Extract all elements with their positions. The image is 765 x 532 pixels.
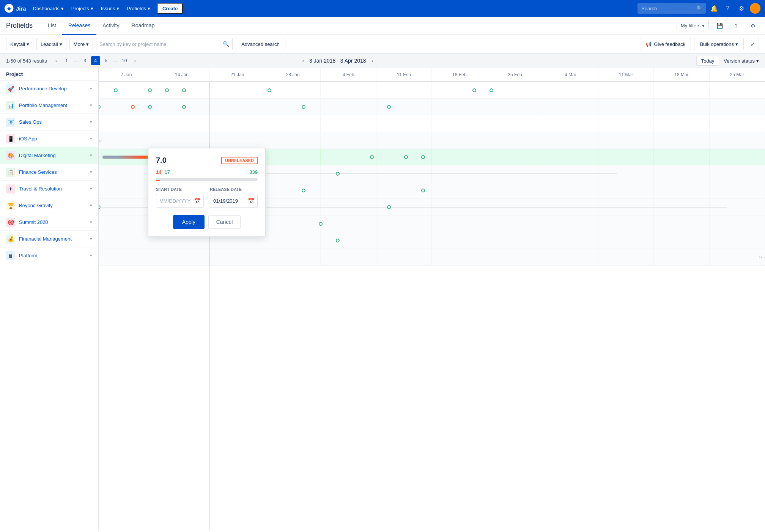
project-chevron-beyond-gravity[interactable]: ▾ [90,203,92,208]
project-row[interactable]: 🏆 Beyond Gravity ▾ [0,197,98,214]
project-row[interactable]: 📊 Portfolio Management ▾ [0,97,98,114]
advanced-search-button[interactable]: Advanced search [236,38,285,50]
nav-dashboards[interactable]: Dashboards ▾ [29,0,68,17]
project-icon-digital-marketing: 🎨 [6,151,15,160]
apply-button[interactable]: Apply [173,215,205,229]
tab-activity[interactable]: Activity [96,17,125,35]
project-row[interactable]: 📧 Sales Ops ▾ [0,114,98,131]
milestone-bg-2[interactable] [387,205,391,209]
project-row[interactable]: 💰 Finanacial Management ▾ [0,231,98,247]
tab-roadmap[interactable]: Roadmap [126,17,161,35]
release-date-input-wrap[interactable]: 📅 [210,194,258,208]
jira-logo[interactable]: Jira [5,4,26,13]
date-prev-button[interactable]: ‹ [300,57,306,65]
create-button[interactable]: Create [157,3,183,14]
settings-icon[interactable]: ⚙ [736,3,747,14]
lead-filter-button[interactable]: Lead:all ▾ [36,38,66,50]
project-chevron-finance[interactable]: ▾ [90,170,92,175]
today-button[interactable]: Today [696,56,719,66]
project-row[interactable]: 🎯 Summit 2020 ▾ [0,214,98,231]
milestone[interactable] [148,105,152,109]
milestone[interactable] [165,88,169,92]
help-icon[interactable]: ? [722,3,733,14]
cancel-button[interactable]: Cancel [208,215,241,229]
key-filter-button[interactable]: Key:all ▾ [6,38,33,50]
milestone[interactable] [268,88,271,92]
page-10-button[interactable]: 10 [120,56,129,65]
settings-secondary-icon[interactable]: ⚙ [747,20,759,32]
milestone-travel-1[interactable] [302,189,305,192]
more-filter-button[interactable]: More ▾ [69,38,93,50]
project-name-travel: Travel & Resolution [19,186,90,192]
save-icon[interactable]: 💾 [713,20,726,32]
page-3-button[interactable]: 3 [80,56,90,65]
start-date-calendar-icon[interactable]: 📅 [194,198,200,204]
project-chevron-portfolio[interactable]: ▾ [90,103,92,108]
milestone-dm-6[interactable] [421,155,425,159]
milestone[interactable] [131,105,135,109]
release-date-input[interactable] [213,198,246,204]
user-avatar[interactable] [750,3,760,14]
milestone-finance[interactable] [336,172,340,176]
project-row-digital-marketing[interactable]: 🎨 Digital Marketing ▾ [0,147,98,164]
nav-profields[interactable]: Profields ▾ [123,0,154,17]
search-submit-icon[interactable]: 🔍 [223,41,229,47]
milestone-dm-4[interactable] [370,155,374,159]
global-search-input[interactable] [638,3,706,14]
milestone[interactable] [302,105,305,109]
date-next-button[interactable]: › [369,57,376,65]
project-list-header[interactable]: Project ↑ [0,68,98,80]
help-secondary-icon[interactable]: ? [730,20,742,32]
project-chevron-platform[interactable]: ▾ [90,253,92,258]
project-chevron-ios-app[interactable]: ▾ [90,136,92,141]
tab-list[interactable]: List [42,17,62,35]
more-dots-platform[interactable]: ›› [759,255,762,260]
project-row[interactable]: 📋 Finance Services ▾ [0,164,98,181]
next-page-button[interactable]: › [131,56,140,65]
release-date-calendar-icon[interactable]: 📅 [248,198,254,204]
gantt-bar-digital-marketing[interactable] [102,156,152,159]
project-chevron-performance-develop[interactable]: ▾ [90,86,92,91]
count-total: 339 [249,169,258,175]
milestone[interactable] [472,88,476,92]
prev-page-button[interactable]: ‹ [52,56,61,65]
milestone-summit[interactable] [319,222,323,226]
project-chevron-sales-ops[interactable]: ▾ [90,120,92,124]
search-input[interactable] [99,41,220,47]
milestone[interactable] [114,88,118,92]
nav-projects[interactable]: Projects ▾ [68,0,97,17]
milestone[interactable] [182,105,186,109]
project-chevron-summit[interactable]: ▾ [90,220,92,225]
project-row[interactable]: 🚀 Performance Develop ▾ [0,80,98,97]
page-5-button[interactable]: 5 [102,56,111,65]
project-chevron-travel[interactable]: ▾ [90,186,92,191]
expand-dots[interactable]: ‹› [99,138,102,143]
notifications-icon[interactable]: 🔔 [709,3,719,14]
project-chevron-digital-marketing[interactable]: ▾ [90,153,92,158]
expand-button[interactable]: ⤢ [747,38,759,50]
milestone-finmgmt[interactable] [336,239,340,242]
project-row[interactable]: 🖥 Platform ▾ [0,247,98,264]
milestone[interactable] [182,88,186,92]
my-filters-button[interactable]: My filters ▾ [677,21,709,30]
project-chevron-financial-mgmt[interactable]: ▾ [90,236,92,241]
tab-releases[interactable]: Releases [62,17,96,35]
page-4-button[interactable]: 4 [91,56,100,65]
page-1-button[interactable]: 1 [62,56,71,65]
project-row[interactable]: ✈ Travel & Resolution ▾ [0,181,98,197]
project-row[interactable]: 📱 iOS App ▾ [0,131,98,147]
bulk-operations-button[interactable]: Bulk operations ▾ [694,38,744,50]
project-icon-beyond-gravity: 🏆 [6,201,15,210]
version-status-button[interactable]: Version status ▾ [724,58,759,64]
milestone-travel-2[interactable] [421,189,425,192]
results-bar: 1-50 of 543 results ‹ 1 … 3 4 5 … 10 › ‹… [0,54,765,68]
start-date-input[interactable] [159,198,192,204]
milestone[interactable] [490,88,493,92]
milestone-dm-5[interactable] [404,155,408,159]
nav-issues[interactable]: Issues ▾ [97,0,123,17]
project-list: Project ↑ 🚀 Performance Develop ▾ 📊 Port… [0,68,99,530]
start-date-input-wrap[interactable]: 📅 [156,194,204,208]
milestone[interactable] [148,88,152,92]
give-feedback-button[interactable]: 📢 Give feedback [640,38,691,50]
milestone[interactable] [387,105,391,109]
